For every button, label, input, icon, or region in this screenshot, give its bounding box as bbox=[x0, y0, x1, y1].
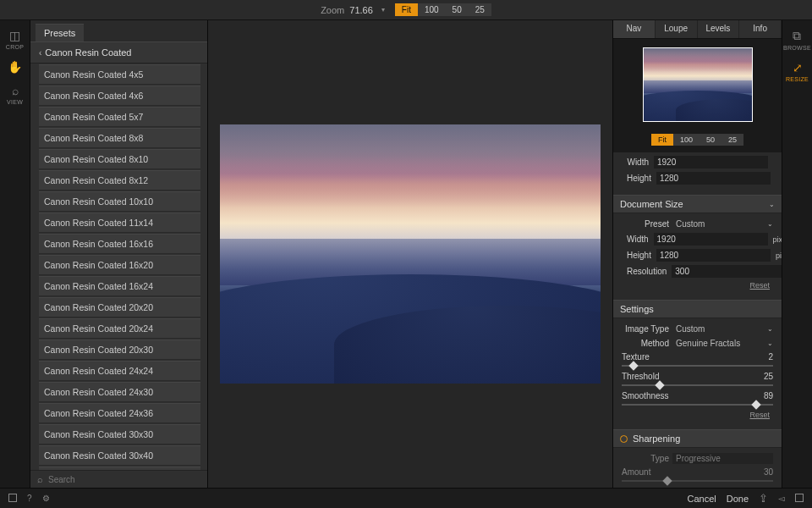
back-icon[interactable]: ◅ bbox=[778, 494, 785, 503]
zoom-btn-25[interactable]: 25 bbox=[469, 3, 491, 16]
preset-item[interactable]: Canon Resin Coated 5x7 bbox=[39, 107, 200, 127]
nav-zoom-buttons: Fit1005025 bbox=[613, 130, 782, 152]
bottom-bar: ? ⚙ Cancel Done ⇪ ◅ bbox=[0, 488, 812, 508]
left-tool-strip: ◫Crop✋⌕View bbox=[0, 20, 30, 488]
sharp-type-label: Type bbox=[622, 454, 669, 463]
zoom-btn-50[interactable]: 50 bbox=[446, 3, 469, 16]
search-input[interactable] bbox=[48, 475, 200, 484]
doc-width-label: Width bbox=[627, 235, 649, 244]
tab-levels[interactable]: Levels bbox=[698, 20, 740, 38]
image-type-label: Image Type bbox=[622, 324, 669, 334]
nav-preview[interactable] bbox=[643, 47, 753, 122]
preset-group-header[interactable]: ‹ Canon Resin Coated bbox=[30, 41, 207, 64]
section-settings[interactable]: Settings bbox=[613, 300, 782, 318]
canvas-area[interactable] bbox=[208, 20, 612, 488]
doc-width-unit[interactable]: pixels bbox=[773, 235, 782, 244]
preset-item[interactable]: Canon Resin Coated 10x10 bbox=[39, 191, 200, 212]
right-tabs: NavLoupeLevelsInfo bbox=[613, 20, 782, 39]
doc-size-reset[interactable]: Reset bbox=[618, 279, 776, 291]
amount-slider[interactable]: Amount30 bbox=[618, 466, 776, 485]
tool-crop[interactable]: ◫Crop bbox=[6, 29, 24, 50]
sharp-type-select[interactable]: Progressive bbox=[672, 453, 773, 464]
ring-icon bbox=[620, 435, 628, 443]
section-document-size[interactable]: Document Size ⌄ bbox=[613, 195, 782, 213]
quick-height-input[interactable] bbox=[656, 172, 771, 185]
threshold-slider[interactable]: Threshold25 bbox=[618, 370, 776, 389]
chevron-down-icon[interactable]: ⌄ bbox=[767, 340, 773, 347]
preset-item[interactable]: Canon Resin Coated 8x12 bbox=[39, 170, 200, 190]
chevron-down-icon[interactable]: ▾ bbox=[381, 6, 385, 14]
zoom-btn-100[interactable]: 100 bbox=[418, 3, 446, 16]
preset-group-name: Canon Resin Coated bbox=[45, 47, 131, 58]
zoom-value[interactable]: 71.66 bbox=[349, 5, 373, 15]
preset-item[interactable]: Canon Resin Coated 20x20 bbox=[39, 297, 200, 318]
preset-item[interactable]: Canon Resin Coated 8x10 bbox=[39, 149, 200, 169]
tab-loupe[interactable]: Loupe bbox=[656, 20, 698, 38]
texture-slider[interactable]: Texture2 bbox=[618, 351, 776, 370]
tool-browse[interactable]: ⧉Browse bbox=[783, 29, 811, 51]
tool-pan[interactable]: ✋ bbox=[8, 60, 22, 74]
pan-icon: ✋ bbox=[8, 60, 22, 74]
preset-item[interactable]: Canon Resin Coated 30x40 bbox=[39, 445, 200, 466]
section-title: Sharpening bbox=[633, 433, 680, 444]
preset-item[interactable]: Canon Resin Coated 24x30 bbox=[39, 382, 200, 402]
doc-width-input[interactable] bbox=[654, 233, 768, 246]
protect-label: Protect: bbox=[618, 485, 776, 488]
app-icon[interactable] bbox=[795, 494, 804, 504]
nav-zoom-fit[interactable]: Fit bbox=[651, 134, 673, 146]
method-label: Method bbox=[622, 339, 669, 348]
doc-res-label: Resolution bbox=[627, 267, 667, 276]
grid-icon[interactable] bbox=[8, 494, 17, 504]
preset-label: Preset bbox=[622, 219, 669, 229]
settings-reset[interactable]: Reset bbox=[618, 409, 776, 421]
doc-res-input[interactable] bbox=[672, 265, 782, 278]
cancel-button[interactable]: Cancel bbox=[687, 494, 716, 504]
nav-zoom-100[interactable]: 100 bbox=[673, 134, 700, 146]
nav-preview-wrap bbox=[613, 39, 782, 130]
nav-zoom-25[interactable]: 25 bbox=[721, 134, 743, 146]
preset-item[interactable]: Canon Resin Coated 24x24 bbox=[39, 361, 200, 381]
main-image-preview[interactable] bbox=[220, 124, 601, 384]
preset-item[interactable]: Canon Resin Coated 20x30 bbox=[39, 340, 200, 360]
image-type-select[interactable]: Custom bbox=[672, 323, 762, 334]
chevron-down-icon: ⌄ bbox=[769, 201, 775, 208]
chevron-down-icon[interactable]: ⌄ bbox=[767, 325, 773, 333]
gear-icon[interactable]: ⚙ bbox=[42, 494, 50, 503]
preset-item[interactable]: Canon Resin Coated 16x24 bbox=[39, 276, 200, 296]
nav-zoom-50[interactable]: 50 bbox=[700, 134, 721, 146]
preset-item[interactable]: Canon Resin Coated 11x14 bbox=[39, 213, 200, 233]
section-sharpening[interactable]: Sharpening bbox=[613, 429, 782, 448]
help-icon[interactable]: ? bbox=[27, 494, 32, 503]
quick-width-input[interactable] bbox=[654, 156, 768, 168]
preset-select[interactable]: Custom bbox=[672, 218, 762, 229]
preset-item[interactable]: Canon Resin Coated 24x36 bbox=[39, 403, 200, 423]
tool-view[interactable]: ⌕View bbox=[7, 84, 23, 105]
doc-height-input[interactable] bbox=[656, 249, 771, 262]
share-icon[interactable]: ⇪ bbox=[759, 492, 768, 505]
section-title: Document Size bbox=[620, 199, 683, 209]
preset-item[interactable]: Canon Resin Coated 8x8 bbox=[39, 128, 200, 148]
zoom-buttons: Fit1005025 bbox=[395, 3, 491, 16]
right-tool-strip: ⧉Browse⤢Resize bbox=[782, 20, 812, 488]
preset-item[interactable]: Canon Resin Coated 20x24 bbox=[39, 318, 200, 339]
preset-item[interactable]: Canon Resin Coated 4x5 bbox=[39, 64, 200, 85]
tool-resize[interactable]: ⤢Resize bbox=[786, 61, 809, 82]
crop-icon: ◫ bbox=[9, 29, 20, 42]
presets-panel: Presets ‹ Canon Resin Coated Canon Resin… bbox=[30, 20, 208, 488]
preset-item[interactable]: Canon Resin Coated 4x6 bbox=[39, 86, 200, 106]
preset-list[interactable]: Canon Resin Coated 4x5Canon Resin Coated… bbox=[30, 64, 207, 470]
section-title: Settings bbox=[620, 304, 654, 314]
done-button[interactable]: Done bbox=[727, 494, 749, 504]
method-select[interactable]: Genuine Fractals bbox=[672, 338, 762, 349]
tab-nav[interactable]: Nav bbox=[613, 20, 656, 38]
smoothness-slider[interactable]: Smoothness89 bbox=[618, 389, 776, 409]
chevron-down-icon[interactable]: ⌄ bbox=[767, 220, 773, 228]
zoom-btn-fit[interactable]: Fit bbox=[395, 3, 418, 16]
tab-info[interactable]: Info bbox=[739, 20, 782, 38]
doc-height-unit[interactable]: pixels bbox=[776, 251, 782, 260]
tab-presets[interactable]: Presets bbox=[36, 24, 84, 41]
preset-item[interactable]: Canon Resin Coated 16x16 bbox=[39, 234, 200, 254]
preset-item[interactable]: Canon Resin Coated 16x20 bbox=[39, 255, 200, 275]
preset-item[interactable]: Canon Resin Coated 30x30 bbox=[39, 424, 200, 444]
preset-search: ⌕ bbox=[30, 470, 207, 488]
